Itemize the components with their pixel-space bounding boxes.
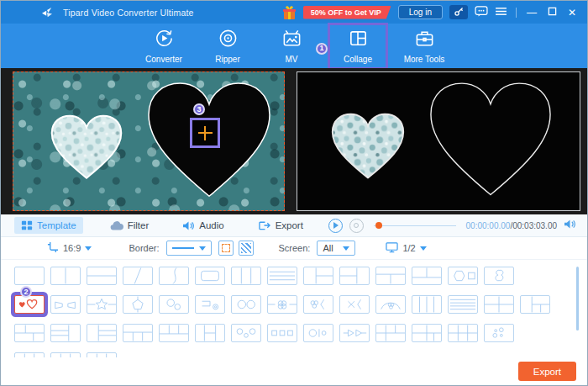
border-dash-button[interactable] bbox=[218, 241, 234, 256]
ripper-icon bbox=[218, 28, 239, 52]
template-cell-diag[interactable] bbox=[123, 267, 153, 285]
template-cell-rowsLeft[interactable] bbox=[87, 324, 117, 342]
template-cell-circles3[interactable] bbox=[231, 324, 261, 342]
template-cell-OIo[interactable] bbox=[303, 324, 333, 342]
nav-tab-more-tools[interactable]: More Tools bbox=[396, 25, 452, 67]
template-cell-gridV[interactable] bbox=[375, 324, 406, 342]
template-cell-clover[interactable] bbox=[267, 295, 297, 314]
minimize-button[interactable]: — bbox=[525, 7, 538, 19]
menu-button[interactable] bbox=[495, 6, 507, 19]
template-cell-v3[interactable] bbox=[231, 267, 261, 285]
template-cell-oo[interactable] bbox=[159, 295, 189, 314]
playback-controls: 00:00:00.00/00:03:03.00 bbox=[328, 218, 587, 233]
feedback-button[interactable] bbox=[475, 6, 488, 19]
collage-hearts-left bbox=[13, 72, 284, 210]
template-cell-scribble[interactable] bbox=[484, 267, 514, 285]
login-button[interactable]: Log in bbox=[398, 5, 443, 19]
template-cell-cloverSplit[interactable] bbox=[303, 295, 333, 314]
template-cell-OO[interactable] bbox=[231, 295, 261, 314]
template-cell-splitL[interactable] bbox=[339, 267, 370, 285]
template-cell-tris[interactable] bbox=[339, 324, 370, 342]
template-cell-blank[interactable] bbox=[14, 267, 45, 285]
page-selector[interactable]: 1/2 bbox=[386, 241, 426, 255]
border-label: Border: bbox=[129, 243, 159, 253]
template-cell-flagGear[interactable] bbox=[195, 295, 225, 314]
template-cell-inset[interactable] bbox=[195, 267, 225, 285]
filter-icon bbox=[110, 220, 123, 231]
export-button[interactable]: Export bbox=[518, 362, 576, 381]
tab-template[interactable]: Template bbox=[14, 217, 83, 234]
template-cell-hexsq[interactable] bbox=[448, 267, 478, 285]
playback-slider[interactable] bbox=[374, 221, 456, 230]
close-button[interactable]: ✕ bbox=[565, 7, 579, 19]
preview-panel-right[interactable] bbox=[297, 71, 580, 211]
template-cell-t3down[interactable] bbox=[375, 267, 406, 285]
template-cell-Hgrid[interactable] bbox=[195, 324, 225, 342]
border-fill-button[interactable] bbox=[239, 241, 254, 256]
template-cell-top3[interactable] bbox=[159, 324, 189, 342]
template-cell-rowsRight[interactable] bbox=[50, 324, 81, 342]
app-title: Tipard Video Converter Ultimate bbox=[63, 8, 194, 18]
slider-knob[interactable] bbox=[375, 222, 382, 229]
collage-icon bbox=[348, 28, 369, 52]
footer-bar: Export bbox=[1, 357, 587, 385]
template-cell-gridAsym[interactable] bbox=[14, 324, 45, 342]
play-button[interactable] bbox=[328, 219, 343, 233]
converter-icon bbox=[154, 28, 175, 52]
template-cell-t3up[interactable] bbox=[412, 267, 442, 285]
more-tools-icon bbox=[414, 28, 435, 52]
template-cell-grid23[interactable] bbox=[448, 324, 478, 342]
preview-area: 3 bbox=[1, 68, 587, 214]
template-cell-grid22[interactable] bbox=[484, 295, 514, 314]
add-file-button[interactable] bbox=[190, 118, 220, 148]
screen-dropdown[interactable]: All bbox=[317, 241, 355, 256]
key-button[interactable] bbox=[449, 5, 468, 19]
app-logo-icon bbox=[39, 5, 55, 20]
gift-icon[interactable] bbox=[282, 5, 297, 20]
aspect-ratio-dropdown[interactable]: 16:9 bbox=[47, 241, 92, 255]
hamburger-icon bbox=[495, 6, 507, 19]
template-cell-pentagon[interactable] bbox=[123, 295, 153, 314]
collage-hearts-right bbox=[297, 72, 580, 210]
template-cell-v4[interactable] bbox=[412, 295, 442, 314]
snapshot-button[interactable] bbox=[349, 219, 364, 233]
grid-scrollbar[interactable] bbox=[576, 267, 579, 330]
template-cell-h4[interactable] bbox=[448, 295, 478, 314]
template-cell-grid22b[interactable] bbox=[520, 295, 550, 314]
volume-button[interactable] bbox=[564, 218, 576, 233]
template-cell-hearts[interactable]: 2 bbox=[14, 295, 45, 314]
nav-label: Ripper bbox=[215, 55, 239, 64]
maximize-button[interactable] bbox=[545, 7, 559, 19]
nav-tab-converter[interactable]: Converter bbox=[136, 25, 192, 67]
promo-badge[interactable]: 50% OFF to Get VIP bbox=[303, 6, 391, 19]
template-cell-traps[interactable] bbox=[50, 295, 81, 314]
tab-label: Filter bbox=[128, 220, 150, 230]
template-cell-star[interactable] bbox=[87, 295, 117, 314]
template-cell-squares3[interactable] bbox=[267, 324, 297, 342]
controls-row: TemplateFilterAudioExport 00:00:00.00/00… bbox=[1, 214, 587, 237]
template-cell-curve[interactable] bbox=[159, 267, 189, 285]
app-window: Tipard Video Converter Ultimate 50% OFF … bbox=[0, 0, 588, 386]
tab-audio[interactable]: Audio bbox=[176, 218, 230, 234]
time-display: 00:00:00.00/00:03:03.00 bbox=[466, 221, 557, 230]
template-cell-v2[interactable] bbox=[50, 267, 81, 285]
template-cell-gridCross[interactable] bbox=[412, 324, 442, 342]
key-icon bbox=[454, 6, 465, 19]
nav-tab-collage[interactable]: Collage1 bbox=[328, 23, 388, 70]
border-style-dropdown[interactable] bbox=[166, 241, 212, 256]
template-cell-h2[interactable] bbox=[87, 267, 117, 285]
template-grid: 2 bbox=[1, 260, 587, 357]
aspect-ratio-value: 16:9 bbox=[63, 243, 81, 253]
nav-tab-mv[interactable]: MV bbox=[264, 25, 319, 67]
template-cell-h3[interactable] bbox=[267, 267, 297, 285]
template-cell-arcClover[interactable] bbox=[375, 295, 406, 314]
template-cell-dots[interactable] bbox=[484, 324, 514, 342]
template-cell-xshape[interactable] bbox=[339, 295, 370, 314]
titlebar: Tipard Video Converter Ultimate 50% OFF … bbox=[1, 1, 587, 24]
nav-tab-ripper[interactable]: Ripper bbox=[200, 25, 255, 67]
template-cell-bottom3[interactable] bbox=[123, 324, 153, 342]
template-cell-splitR[interactable] bbox=[303, 267, 333, 285]
tab-export[interactable]: Export bbox=[251, 217, 310, 234]
preview-panel-left[interactable]: 3 bbox=[13, 71, 285, 211]
tab-filter[interactable]: Filter bbox=[103, 218, 156, 234]
